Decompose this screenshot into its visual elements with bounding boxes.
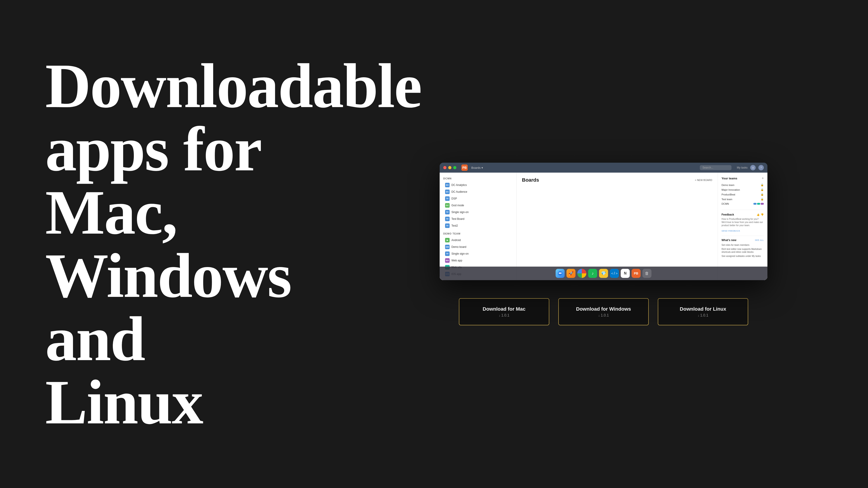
help-avatar[interactable]: ?	[758, 165, 764, 170]
see-all-link[interactable]: SEE ALL	[755, 239, 764, 241]
right-section: PB Boards ▾ Search... My tasks U ? DCMN …	[362, 163, 868, 325]
search-box[interactable]: Search...	[700, 165, 732, 170]
maximize-button[interactable]	[453, 166, 456, 169]
sidebar-icon: DC	[445, 183, 450, 187]
sidebar-item-dc-audience[interactable]: DC DC Audience	[443, 188, 513, 195]
search-placeholder: Search...	[703, 166, 713, 169]
sidebar-item-label: Web app	[452, 259, 462, 262]
download-windows-button[interactable]: Download for Windows ↓ 1.0.1	[558, 298, 649, 325]
app-content: DCMN DC DC Analytics DC DC Audience TF D…	[440, 173, 767, 280]
dock-launchpad[interactable]: 🚀	[566, 269, 576, 278]
whats-new-item-2: Rich text editor now supports Markdown s…	[721, 248, 764, 254]
whats-new-section: What's new SEE ALL Set roles for team me…	[721, 236, 764, 258]
sidebar-item-label: DC Analytics	[452, 184, 467, 187]
sidebar-icon: TF	[445, 210, 450, 215]
boards-title: Boards	[522, 177, 539, 183]
sidebar-item-demo-board[interactable]: DM Demo board	[443, 243, 513, 250]
feedback-icons: 👍 👎	[756, 213, 764, 216]
download-linux-label: Download for Linux	[680, 306, 726, 312]
toggle-dot-1	[753, 203, 756, 205]
toggle-dot-3	[761, 203, 764, 205]
sidebar-item-test2[interactable]: TF Test2	[443, 222, 513, 229]
team-item-dcmn[interactable]: DCMN	[721, 201, 764, 206]
app-dock: 🚀 ♪ 💎 ＜/＞ N PB 🗑	[440, 267, 767, 280]
svg-point-1	[559, 272, 560, 274]
team-name: ProductBeat	[721, 193, 735, 196]
team-item-demo[interactable]: Demo team 🔒	[721, 183, 764, 187]
sidebar-section-dcmn: DCMN	[443, 177, 513, 180]
dock-chrome[interactable]	[577, 269, 586, 278]
lock-icon: 🔒	[761, 198, 764, 201]
your-teams-header: Your teams +	[721, 176, 764, 180]
app-main: Boards + NEW BOARD	[517, 173, 718, 280]
sidebar-item-label: Test2	[452, 224, 458, 227]
sidebar-item-label: Single sign-on	[452, 210, 469, 214]
dock-finder[interactable]	[556, 269, 565, 278]
right-panel: Your teams + Demo team 🔒 Major Innovatio…	[718, 173, 767, 280]
sidebar-icon: ▶	[445, 238, 450, 242]
whats-new-item-1: Set roles for team members	[721, 243, 764, 247]
boards-header: Boards + NEW BOARD	[522, 177, 712, 183]
dock-sketch[interactable]: 💎	[599, 269, 608, 278]
sidebar-item-label: Android	[452, 238, 461, 242]
thumbs-up-icon[interactable]: 👍	[756, 213, 760, 216]
download-linux-version: ↓ 1.0.1	[698, 313, 708, 318]
team-name: Demo team	[721, 184, 735, 186]
team-item-test[interactable]: Test team 🔒	[721, 197, 764, 201]
hero-title: Downloadable apps for Mac, Windows and L…	[45, 54, 316, 434]
dock-productbeat[interactable]: PB	[631, 269, 641, 278]
add-team-button[interactable]: +	[762, 176, 764, 180]
title-bar: PB Boards ▾ Search... My tasks U ?	[440, 163, 767, 173]
whats-new-header: What's new SEE ALL	[721, 238, 764, 242]
sidebar-item-web-app[interactable]: WA Web app	[443, 257, 513, 264]
download-buttons: Download for Mac ↓ 1.0.1 Download for Wi…	[459, 298, 748, 325]
thumbs-down-icon[interactable]: 👎	[761, 213, 764, 216]
sidebar-item-test-board[interactable]: TF Test Board	[443, 216, 513, 222]
team-name: DCMN	[721, 202, 729, 205]
team-item-productbeat[interactable]: ProductBeat 🔒	[721, 192, 764, 197]
dock-vscode[interactable]: ＜/＞	[610, 269, 619, 278]
sidebar-item-dsp[interactable]: TF DSP	[443, 195, 513, 202]
nav-boards[interactable]: Boards ▾	[471, 166, 483, 169]
sidebar-item-god-mode[interactable]: GC God mode	[443, 202, 513, 209]
whats-new-item-3: See assigned subtasks under My tasks	[721, 255, 764, 258]
team-item-major[interactable]: Major Innovation 🔒	[721, 187, 764, 192]
sidebar-icon: TF	[445, 223, 450, 228]
feedback-title: Feedback	[721, 213, 734, 216]
feedback-header: Feedback 👍 👎	[721, 213, 764, 216]
new-board-button[interactable]: + NEW BOARD	[695, 179, 712, 182]
sidebar-item-android[interactable]: ▶ Android	[443, 237, 513, 243]
sidebar-item-sso-demo[interactable]: TF Single sign-on	[443, 250, 513, 257]
sidebar-item-label: Demo board	[452, 246, 466, 249]
traffic-lights	[443, 166, 456, 169]
close-button[interactable]	[443, 166, 446, 169]
whats-new-title: What's new	[721, 238, 737, 242]
svg-point-0	[558, 271, 562, 275]
dock-trash[interactable]: 🗑	[643, 269, 651, 278]
sidebar-item-label: Test Board	[452, 217, 464, 221]
team-name: Test team	[721, 198, 733, 201]
minimize-button[interactable]	[448, 166, 452, 169]
my-tasks-label[interactable]: My tasks	[737, 166, 747, 169]
sidebar-icon: TF	[445, 252, 450, 256]
team-toggle[interactable]	[753, 203, 764, 205]
lock-icon: 🔒	[761, 193, 764, 196]
sidebar-item-dc-analytics[interactable]: DC DC Analytics	[443, 182, 513, 188]
down-arrow-icon: ↓	[598, 314, 600, 317]
feedback-text: How is ProductBeat working for you? We'd…	[721, 218, 764, 227]
sidebar-icon: TF	[445, 217, 450, 221]
dock-spotify[interactable]: ♪	[588, 269, 597, 278]
download-mac-button[interactable]: Download for Mac ↓ 1.0.1	[459, 298, 549, 325]
send-feedback-link[interactable]: SEND FEEDBACK	[721, 230, 740, 232]
download-linux-button[interactable]: Download for Linux ↓ 1.0.1	[658, 298, 748, 325]
sidebar-item-label: Single sign-on	[452, 252, 469, 255]
sidebar-icon: GC	[445, 203, 450, 207]
user-avatar[interactable]: U	[750, 165, 756, 170]
dock-notion[interactable]: N	[621, 269, 630, 278]
sidebar-item-label: DC Audience	[452, 190, 467, 193]
download-windows-label: Download for Windows	[576, 306, 631, 312]
down-arrow-icon: ↓	[698, 314, 700, 317]
sidebar-icon: DC	[445, 190, 450, 194]
nav-label: Boards	[471, 166, 480, 169]
sidebar-item-sso[interactable]: TF Single sign-on	[443, 209, 513, 216]
